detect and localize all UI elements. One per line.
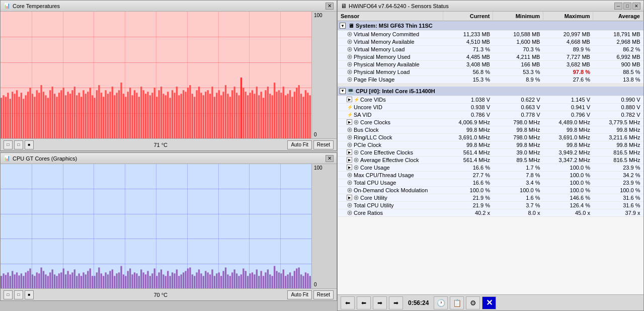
table-row[interactable]: ▶Average Effective Clock561.4 MHz89.5 MH… [338,156,643,164]
svg-rect-63 [138,97,140,138]
svg-rect-66 [145,94,146,138]
table-row[interactable]: ▶Core Usage16.6 %1.7 %100.0 %23.9 % [338,164,643,171]
table-row[interactable]: ▶Core Utility21.9 %1.6 %146.6 %31.6 % [338,194,643,201]
maximize-button[interactable]: □ [623,3,631,10]
table-row[interactable]: Physical Memory Load56.8 %53.3 %97.8 %88… [338,68,643,76]
graph-btn-filled-2[interactable]: ■ [25,290,34,299]
table-row[interactable]: Physical Memory Used4,485 MB4,211 MB7,72… [338,53,643,61]
svg-point-304 [355,151,357,153]
sensor-maximum: 3,682 MB [543,61,593,68]
reset-button-top[interactable]: Reset [313,140,334,149]
close-button-2[interactable]: ✕ [326,155,334,162]
top-graph-shape-buttons: □ □ ■ [4,140,34,149]
svg-rect-105 [231,90,233,138]
svg-rect-200 [131,274,133,288]
table-row[interactable]: Total CPU Usage16.6 %3.4 %100.0 %23.9 % [338,179,643,186]
auto-fit-button-bottom[interactable]: Auto Fit [287,290,311,299]
svg-rect-158 [38,273,40,288]
sensor-name-cell: Physical Memory Load [338,68,443,76]
graph-btn-square2[interactable]: □ [14,140,23,149]
minimize-button[interactable]: ─ [614,3,622,10]
auto-fit-button-top[interactable]: Auto Fit [287,140,311,149]
sensor-label: Physical Memory Available [354,61,420,67]
graph-btn-square3[interactable]: □ [4,290,13,299]
svg-rect-166 [56,276,57,288]
expand-btn[interactable]: ▶ [347,149,352,155]
sensor-label: Core Effective Clocks [360,149,413,156]
expand-btn[interactable]: ▶ [347,157,352,163]
svg-rect-226 [189,268,191,288]
settings-button[interactable]: ⚙ [466,296,480,309]
graph-btn-square4[interactable]: □ [14,290,23,299]
table-row[interactable]: ▼🖥System: MSI GF63 Thin 11SC [338,21,643,31]
svg-rect-232 [203,276,204,288]
sensor-name-cell: ▶Core Usage [338,164,443,171]
close-button[interactable]: ✕ [326,3,334,10]
sensor-name-cell: ▶Average Effective Clock [338,156,443,164]
table-row[interactable]: ⚡Uncore VID0.938 V0.663 V0.941 V0.880 V [338,103,643,111]
expand-icon[interactable]: ▼ [340,88,346,94]
group-icon: 💻 [347,88,354,95]
nav-forward-button[interactable]: ➡ [373,296,387,309]
table-row[interactable]: ▶Core Clocks4,006.9 MHz798.0 MHz4,489.0 … [338,118,643,126]
table-row[interactable]: PCIe Clock99.8 MHz99.8 MHz99.8 MHz99.8 M… [338,141,643,148]
svg-rect-272 [291,276,293,288]
table-row[interactable]: ▶Core Effective Clocks561.4 MHz39.0 MHz3… [338,148,643,156]
sensor-average: 31.6 % [593,194,643,201]
svg-rect-241 [222,271,224,288]
scale-bottom: 0 [314,132,335,137]
sensor-average: 88.5 % [593,68,643,76]
svg-rect-45 [98,85,100,138]
sensor-maximum: 1.145 V [543,96,593,103]
expand-btn[interactable]: ▶ [347,195,352,200]
sensor-minimum: 3.4 % [493,179,543,186]
top-graph-scale: 100 0 [311,12,337,138]
clock-button[interactable]: 🕐 [434,296,448,309]
table-row[interactable]: ▶⚡Core VIDs1.038 V0.622 V1.145 V0.990 V [338,96,643,103]
expand-btn[interactable]: ▶ [347,165,352,170]
svg-rect-264 [274,266,275,288]
nav-back-button[interactable]: ⬅ [341,296,355,309]
expand-btn[interactable]: ▶ [347,97,352,102]
svg-rect-260 [265,272,266,288]
svg-rect-179 [85,274,87,288]
copy-button[interactable]: 📋 [450,296,464,309]
graph-btn-filled[interactable]: ■ [25,140,34,149]
table-row[interactable]: Page File Usage15.3 %8.9 %27.6 %13.8 % [338,76,643,84]
svg-rect-222 [181,274,182,288]
table-row[interactable]: Total CPU Utility21.9 %3.7 %126.4 %31.6 … [338,201,643,209]
svg-rect-253 [249,273,251,288]
table-row[interactable]: Physical Memory Available3,408 MB166 MB3… [338,61,643,68]
table-row[interactable]: Virtual Memory Available4,510 MB1,600 MB… [338,38,643,46]
close-x-button[interactable]: ✕ [482,296,496,309]
sensors-table-container[interactable]: Sensor Current Minimum Maximum Average ▼… [338,12,643,294]
svg-rect-92 [203,95,204,138]
top-graph-bottom-bar: □ □ ■ 71 °C Auto Fit Reset [1,138,337,150]
svg-rect-95 [209,94,211,138]
svg-rect-133 [294,92,295,138]
svg-rect-76 [167,92,169,138]
svg-rect-187 [103,276,104,288]
svg-rect-128 [283,87,284,138]
table-row[interactable]: ▼💻CPU [#0]: Intel Core i5-11400H [338,87,643,96]
close-button-hwinfo[interactable]: ✕ [632,3,640,10]
svg-rect-261 [267,269,269,288]
table-row[interactable]: Bus Clock99.8 MHz99.8 MHz99.8 MHz99.8 MH… [338,126,643,133]
graph-btn-square1[interactable]: □ [4,140,13,149]
table-row[interactable]: ⚡SA VID0.786 V0.778 V0.796 V0.782 V [338,111,643,118]
table-row[interactable]: Virtual Memory Load71.3 %70.3 %89.9 %86.… [338,46,643,53]
table-row[interactable]: Virtual Memory Committed11,233 MB10,588 … [338,31,643,38]
hwinfo-title-left: 🖥 HWiNFO64 v7.64-5240 - Sensors Status [341,3,449,10]
table-row[interactable]: Ring/LLC Clock3,691.0 MHz798.0 MHz3,691.… [338,133,643,141]
table-row[interactable]: Core Ratios40.2 x8.0 x45.0 x37.9 x [338,209,643,216]
expand-btn[interactable]: ▶ [347,119,352,125]
svg-rect-195 [120,266,122,288]
expand-icon[interactable]: ▼ [340,23,346,29]
nav-forward-button-2[interactable]: ➡ [389,296,403,309]
nav-back-button-2[interactable]: ⬅ [357,296,371,309]
reset-button-bottom[interactable]: Reset [313,290,334,299]
sensor-label: Physical Memory Used [354,54,410,60]
table-row[interactable]: On-Demand Clock Modulation100.0 %100.0 %… [338,186,643,194]
sensor-icon [353,157,359,163]
table-row[interactable]: Max CPU/Thread Usage27.7 %7.8 %100.0 %34… [338,171,643,179]
